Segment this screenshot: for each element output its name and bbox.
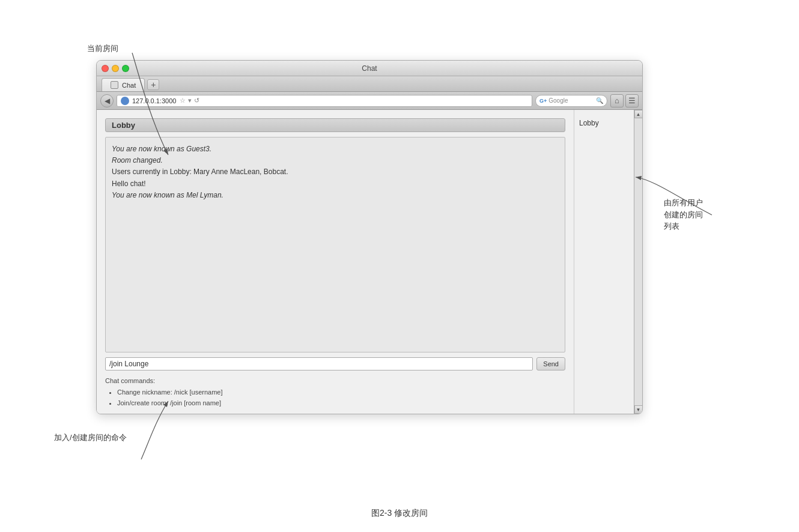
room-header: Lobby	[105, 118, 565, 132]
close-button[interactable]	[102, 65, 109, 72]
title-bar: Chat	[97, 61, 642, 76]
commands-heading: Chat commands:	[105, 375, 565, 387]
search-placeholder: Google	[548, 97, 568, 104]
chat-message: Hello chat!	[112, 178, 559, 190]
chat-input[interactable]	[105, 357, 533, 370]
room-name-bar: Lobby	[105, 118, 565, 132]
star-icon[interactable]: ☆	[179, 97, 186, 104]
url-field[interactable]: 127.0.0.1:3000 ☆ ▾ ↺	[117, 95, 532, 107]
scroll-track	[634, 118, 643, 405]
messages-box[interactable]: You are now known as Guest3.Room changed…	[105, 137, 565, 352]
command-item: Join/create room: /join [room name]	[117, 397, 565, 409]
search-field[interactable]: G+ Google 🔍	[535, 95, 607, 107]
scroll-up-button[interactable]: ▲	[634, 110, 643, 118]
page-content: Lobby You are now known as Guest3.Room c…	[97, 110, 642, 414]
command-item: Change nickname: /nick [username]	[117, 387, 565, 398]
url-icons: ☆ ▾ ↺	[179, 97, 200, 104]
toolbar-buttons: ⌂ ☰	[610, 94, 639, 107]
chat-message: You are now known as Mel Lyman.	[112, 190, 559, 201]
new-tab-button[interactable]: +	[147, 79, 159, 90]
back-button[interactable]: ◀	[100, 94, 114, 107]
refresh-icon[interactable]: ↺	[193, 97, 200, 104]
commands-help: Chat commands: Change nickname: /nick [u…	[105, 375, 565, 409]
traffic-lights	[102, 65, 129, 72]
chat-message: Room changed.	[112, 155, 559, 166]
send-button[interactable]: Send	[536, 357, 565, 370]
scroll-down-button[interactable]: ▼	[634, 405, 643, 414]
menu-button[interactable]: ☰	[625, 94, 639, 107]
maximize-button[interactable]	[122, 65, 129, 72]
tab-bar: Chat +	[97, 76, 642, 92]
scrollbar[interactable]: ▲ ▼	[634, 110, 642, 414]
input-row: Send	[105, 357, 565, 370]
chat-message: You are now known as Guest3.	[112, 144, 559, 155]
annotation-rooms-list: 由所有用户创建的房间列表	[664, 197, 730, 232]
commands-list: Change nickname: /nick [username]Join/cr…	[105, 387, 565, 409]
browser-window: Chat Chat + ◀ 127.0.0.1:3000 ☆ ▾ ↺ G+ Go…	[96, 60, 643, 414]
rooms-sidebar: Lobby	[574, 110, 634, 414]
tab-label: Chat	[122, 82, 136, 89]
home-button[interactable]: ⌂	[610, 94, 624, 107]
chat-message: Users currently in Lobby: Mary Anne MacL…	[112, 166, 559, 178]
tab-favicon	[111, 81, 118, 89]
chat-area: Lobby You are now known as Guest3.Room c…	[97, 110, 574, 414]
figure-caption: 图2-3 修改房间	[371, 508, 428, 519]
room-list-item[interactable]: Lobby	[579, 118, 629, 128]
address-bar: ◀ 127.0.0.1:3000 ☆ ▾ ↺ G+ Google 🔍 ⌂ ☰	[97, 92, 642, 110]
globe-icon	[121, 97, 129, 105]
down-icon[interactable]: ▾	[187, 97, 192, 104]
search-logo: G+	[539, 98, 547, 104]
annotation-join-command: 加入/创建房间的命令	[54, 432, 127, 443]
annotation-current-room: 当前房间	[87, 43, 118, 54]
search-icon: 🔍	[596, 97, 603, 104]
url-text: 127.0.0.1:3000	[132, 97, 176, 104]
tab-chat[interactable]: Chat	[102, 78, 145, 91]
minimize-button[interactable]	[112, 65, 119, 72]
window-title: Chat	[362, 64, 377, 73]
